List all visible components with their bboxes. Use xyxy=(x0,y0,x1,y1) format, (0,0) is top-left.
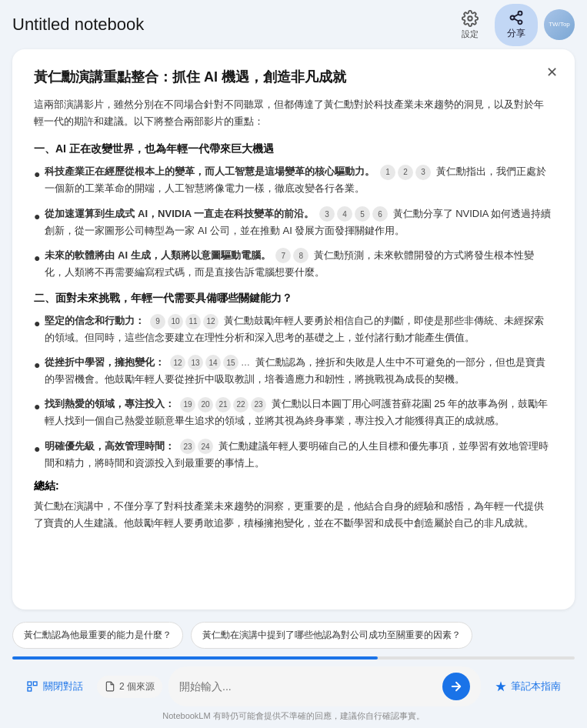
cite-badge[interactable]: 13 xyxy=(188,355,203,370)
cite-badge[interactable]: 8 xyxy=(293,248,309,263)
settings-label: 設定 xyxy=(462,28,479,40)
close-card-button[interactable]: ✕ xyxy=(541,62,562,83)
bullet-dot: ● xyxy=(34,356,40,375)
progress-bar-container xyxy=(12,656,575,660)
suggestion-chip-1[interactable]: 黃仁勳認為他最重要的能力是什麼？ xyxy=(12,622,183,649)
sources-badge[interactable]: 2 個來源 xyxy=(97,676,162,698)
citation-group: 7 8 xyxy=(275,248,309,263)
citation-group: 3 4 5 6 xyxy=(319,206,388,222)
bullet-content: 從挫折中學習，擁抱變化： 12 13 14 15 … 黃仁勳認為，挫折和失敗是人… xyxy=(45,354,553,388)
svg-line-4 xyxy=(514,18,519,21)
list-item: ● 從加速運算到生成式 AI，NVIDIA 一直走在科技變革的前沿。 3 4 5… xyxy=(34,205,553,239)
cite-badge[interactable]: 21 xyxy=(215,397,231,412)
bullet-dot: ● xyxy=(34,208,40,226)
cite-badge[interactable]: 7 xyxy=(275,248,291,263)
avatar[interactable]: TW/Top xyxy=(544,9,575,40)
cite-badge[interactable]: 6 xyxy=(372,206,388,222)
svg-rect-6 xyxy=(28,682,32,686)
citation-group: 9 10 11 12 xyxy=(150,314,218,329)
cite-badge[interactable]: 1 xyxy=(380,165,395,180)
cite-badge[interactable]: 20 xyxy=(198,397,213,412)
progress-bar-fill xyxy=(12,656,378,660)
cite-badge[interactable]: 12 xyxy=(203,314,218,329)
share-icon xyxy=(509,10,524,25)
cite-badge[interactable]: 11 xyxy=(185,314,201,329)
share-button[interactable]: 分享 xyxy=(495,4,538,46)
bullet-lead: 堅定的信念和行動力： xyxy=(45,315,145,326)
settings-button[interactable]: 設定 xyxy=(452,6,489,43)
svg-point-3 xyxy=(519,20,522,24)
chat-input[interactable] xyxy=(179,680,436,693)
cite-badge[interactable]: 12 xyxy=(170,355,185,370)
close-icon: ✕ xyxy=(546,64,558,81)
bullet-dot: ● xyxy=(34,398,40,416)
suggestion-chips: 黃仁勳認為他最重要的能力是什麼？ 黃仁勳在演講中提到了哪些他認為對公司成功至關重… xyxy=(12,616,575,653)
avatar-inner: TW/Top xyxy=(544,9,575,40)
bullet-lead: 未來的軟體將由 AI 生成，人類將以意圖驅動電腦。 xyxy=(45,249,270,261)
cite-ellipsis: … xyxy=(241,355,250,370)
header: Untitled notebook 設定 分享 TW/Top xyxy=(0,0,587,49)
bullet-lead: 從加速運算到生成式 AI，NVIDIA 一直走在科技變革的前沿。 xyxy=(45,208,314,219)
bullet-content: 未來的軟體將由 AI 生成，人類將以意圖驅動電腦。 7 8 黃仁勳預測，未來軟體… xyxy=(45,247,553,281)
close-chat-icon xyxy=(26,680,38,693)
close-chat-button[interactable]: 關閉對話 xyxy=(18,673,91,700)
svg-rect-8 xyxy=(28,687,32,691)
notebook-guide-label: 筆記本指南 xyxy=(511,680,561,693)
cite-badge[interactable]: 19 xyxy=(180,397,195,412)
article-title: 黃仁勳演講重點整合：抓住 AI 機遇，創造非凡成就 xyxy=(34,68,553,87)
cite-badge[interactable]: 24 xyxy=(198,439,213,454)
cite-badge[interactable]: 5 xyxy=(355,206,370,222)
notebook-guide-button[interactable]: 筆記本指南 xyxy=(487,673,569,700)
cite-badge[interactable]: 10 xyxy=(168,314,183,329)
section2-heading: 二、面對未來挑戰，年輕一代需要具備哪些關鍵能力？ xyxy=(34,290,553,306)
svg-point-1 xyxy=(519,11,522,15)
cite-badge[interactable]: 2 xyxy=(398,165,413,180)
list-item: ● 未來的軟體將由 AI 生成，人類將以意圖驅動電腦。 7 8 黃仁勳預測，未來… xyxy=(34,247,553,281)
send-button[interactable] xyxy=(442,673,470,700)
svg-point-0 xyxy=(468,16,472,21)
list-item: ● 從挫折中學習，擁抱變化： 12 13 14 15 … 黃仁勳認為，挫折和失敗… xyxy=(34,354,553,388)
bullet-lead: 找到熱愛的領域，專注投入： xyxy=(45,398,175,409)
bullet-content: 明確優先級，高效管理時間： 23 24 黃仁勳建議年輕人要明確自己的人生目標和優… xyxy=(45,438,553,472)
citation-group: 12 13 14 15 … xyxy=(170,355,250,370)
cite-badge[interactable]: 4 xyxy=(337,206,352,222)
cite-badge[interactable]: 15 xyxy=(223,355,238,370)
svg-point-2 xyxy=(511,15,515,19)
page-title: Untitled notebook xyxy=(12,15,144,35)
citation-group: 23 24 xyxy=(180,439,213,454)
send-icon xyxy=(449,680,463,693)
input-area xyxy=(168,666,481,706)
bullet-content: 堅定的信念和行動力： 9 10 11 12 黃仁勳鼓勵年輕人要勇於相信自己的判斷… xyxy=(45,312,553,346)
settings-icon xyxy=(462,10,479,27)
bullet-dot: ● xyxy=(34,249,40,268)
article-intro: 這兩部演講影片，雖然分別在不同場合針對不同聽眾，但都傳達了黃仁勳對於科技產業未來… xyxy=(34,96,553,130)
notebook-card: ✕ 黃仁勳演講重點整合：抓住 AI 機遇，創造非凡成就 這兩部演講影片，雖然分別… xyxy=(12,49,575,609)
list-item: ● 堅定的信念和行動力： 9 10 11 12 黃仁勳鼓勵年輕人要勇於相信自己的… xyxy=(34,312,553,346)
sparkle-icon xyxy=(495,680,507,693)
bullet-content: 科技產業正在經歷從根本上的變革，而人工智慧是這場變革的核心驅動力。 1 2 3 … xyxy=(45,163,553,197)
suggestion-chip-2[interactable]: 黃仁勳在演講中提到了哪些他認為對公司成功至關重要的因素？ xyxy=(191,622,472,649)
cite-badge[interactable]: 22 xyxy=(233,397,248,412)
svg-rect-7 xyxy=(33,682,37,686)
summary-title: 總結: xyxy=(34,479,553,493)
cite-badge[interactable]: 3 xyxy=(415,165,431,180)
citation-group: 19 20 21 22 23 xyxy=(180,397,266,412)
bullet-content: 從加速運算到生成式 AI，NVIDIA 一直走在科技變革的前沿。 3 4 5 6… xyxy=(45,205,553,239)
cite-badge[interactable]: 23 xyxy=(180,439,195,454)
sources-icon xyxy=(105,681,115,692)
share-label: 分享 xyxy=(507,27,525,40)
cite-badge[interactable]: 3 xyxy=(319,206,335,222)
bullet-dot: ● xyxy=(34,440,40,459)
main-area: ✕ 黃仁勳演講重點整合：抓住 AI 機遇，創造非凡成就 這兩部演講影片，雖然分別… xyxy=(0,49,587,728)
bullet-lead: 明確優先級，高效管理時間： xyxy=(45,440,175,452)
cite-badge[interactable]: 23 xyxy=(251,397,266,412)
citation-group: 1 2 3 xyxy=(380,165,431,180)
disclaimer: NotebookLM 有時仍可能會提供不準確的回應，建議你自行確認事實。 xyxy=(12,707,575,728)
svg-line-5 xyxy=(514,14,519,16)
bullet-dot: ● xyxy=(34,165,40,184)
cite-badge[interactable]: 9 xyxy=(150,314,165,329)
list-item: ● 找到熱愛的領域，專注投入： 19 20 21 22 23 黃仁勳以日本圓丁用… xyxy=(34,396,553,429)
cite-badge[interactable]: 14 xyxy=(205,355,221,370)
sources-label: 2 個來源 xyxy=(119,680,155,693)
bottom-toolbar: 關閉對話 2 個來源 筆記本指南 xyxy=(12,664,575,707)
